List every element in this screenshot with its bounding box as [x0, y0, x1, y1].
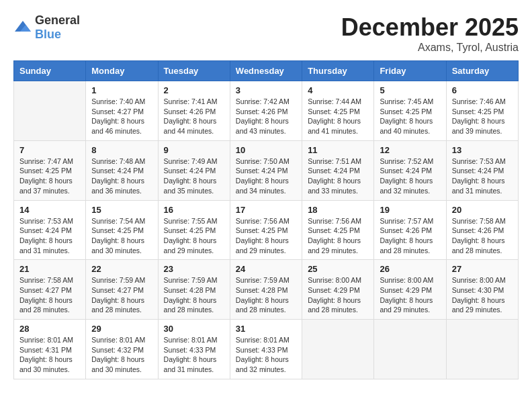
week-row-2: 7Sunrise: 7:47 AMSunset: 4:25 PMDaylight…	[14, 140, 519, 200]
calendar-cell: 21Sunrise: 7:58 AMSunset: 4:27 PMDayligh…	[14, 260, 86, 320]
header: General Blue December 2025 Axams, Tyrol,…	[13, 13, 519, 54]
day-number: 14	[19, 205, 80, 215]
week-row-4: 21Sunrise: 7:58 AMSunset: 4:27 PMDayligh…	[14, 260, 519, 320]
day-number: 23	[164, 264, 224, 274]
calendar-cell	[302, 320, 374, 379]
calendar-cell: 6Sunrise: 7:46 AMSunset: 4:25 PMDaylight…	[446, 81, 518, 141]
day-number: 8	[91, 145, 152, 155]
day-info: Sunrise: 8:00 AMSunset: 4:29 PMDaylight:…	[308, 275, 368, 315]
day-number: 10	[236, 145, 296, 155]
week-row-1: 1Sunrise: 7:40 AMSunset: 4:27 PMDaylight…	[14, 81, 519, 141]
day-number: 29	[91, 324, 152, 334]
day-number: 26	[380, 264, 440, 274]
day-info: Sunrise: 7:47 AMSunset: 4:25 PMDaylight:…	[19, 156, 80, 196]
day-number: 2	[164, 85, 224, 95]
day-info: Sunrise: 7:41 AMSunset: 4:26 PMDaylight:…	[164, 97, 224, 136]
logo-icon	[13, 18, 32, 37]
day-info: Sunrise: 7:51 AMSunset: 4:24 PMDaylight:…	[308, 156, 368, 196]
day-info: Sunrise: 7:55 AMSunset: 4:25 PMDaylight:…	[164, 216, 224, 256]
calendar-cell: 9Sunrise: 7:49 AMSunset: 4:24 PMDaylight…	[158, 140, 230, 200]
calendar-cell: 8Sunrise: 7:48 AMSunset: 4:24 PMDaylight…	[86, 140, 158, 200]
day-info: Sunrise: 8:01 AMSunset: 4:32 PMDaylight:…	[91, 335, 152, 375]
day-info: Sunrise: 7:48 AMSunset: 4:24 PMDaylight:…	[91, 156, 152, 196]
calendar-cell: 15Sunrise: 7:54 AMSunset: 4:25 PMDayligh…	[86, 200, 158, 260]
day-info: Sunrise: 7:53 AMSunset: 4:24 PMDaylight:…	[452, 156, 513, 196]
week-row-3: 14Sunrise: 7:53 AMSunset: 4:24 PMDayligh…	[14, 200, 519, 260]
calendar-cell: 28Sunrise: 8:01 AMSunset: 4:31 PMDayligh…	[14, 320, 86, 379]
day-number: 22	[91, 264, 152, 274]
day-header-monday: Monday	[86, 61, 158, 81]
day-info: Sunrise: 7:58 AMSunset: 4:26 PMDaylight:…	[452, 216, 513, 256]
day-number: 13	[452, 145, 513, 155]
calendar-cell: 29Sunrise: 8:01 AMSunset: 4:32 PMDayligh…	[86, 320, 158, 379]
day-number: 19	[380, 205, 440, 215]
calendar-cell: 17Sunrise: 7:56 AMSunset: 4:25 PMDayligh…	[230, 200, 302, 260]
day-number: 17	[236, 205, 296, 215]
logo: General Blue	[13, 13, 80, 42]
calendar-cell: 10Sunrise: 7:50 AMSunset: 4:24 PMDayligh…	[230, 140, 302, 200]
calendar-cell	[374, 320, 446, 379]
day-number: 20	[452, 205, 513, 215]
calendar-cell: 13Sunrise: 7:53 AMSunset: 4:24 PMDayligh…	[446, 140, 518, 200]
day-info: Sunrise: 7:53 AMSunset: 4:24 PMDaylight:…	[19, 216, 80, 256]
calendar-cell: 31Sunrise: 8:01 AMSunset: 4:33 PMDayligh…	[230, 320, 302, 379]
day-number: 1	[91, 85, 152, 95]
day-info: Sunrise: 7:52 AMSunset: 4:24 PMDaylight:…	[380, 156, 440, 196]
day-number: 27	[452, 264, 513, 274]
day-header-wednesday: Wednesday	[230, 61, 302, 81]
calendar-cell: 4Sunrise: 7:44 AMSunset: 4:25 PMDaylight…	[302, 81, 374, 141]
day-info: Sunrise: 8:01 AMSunset: 4:33 PMDaylight:…	[236, 335, 296, 375]
calendar-cell: 7Sunrise: 7:47 AMSunset: 4:25 PMDaylight…	[14, 140, 86, 200]
title-area: December 2025 Axams, Tyrol, Austria	[341, 13, 519, 54]
day-info: Sunrise: 7:58 AMSunset: 4:27 PMDaylight:…	[19, 275, 80, 315]
day-number: 31	[236, 324, 296, 334]
day-info: Sunrise: 8:01 AMSunset: 4:33 PMDaylight:…	[164, 335, 224, 375]
day-info: Sunrise: 8:01 AMSunset: 4:31 PMDaylight:…	[19, 335, 80, 375]
calendar-cell: 14Sunrise: 7:53 AMSunset: 4:24 PMDayligh…	[14, 200, 86, 260]
day-number: 3	[236, 85, 296, 95]
day-number: 6	[452, 85, 513, 95]
calendar-cell: 27Sunrise: 8:00 AMSunset: 4:30 PMDayligh…	[446, 260, 518, 320]
calendar-cell: 18Sunrise: 7:56 AMSunset: 4:25 PMDayligh…	[302, 200, 374, 260]
day-number: 12	[380, 145, 440, 155]
week-row-5: 28Sunrise: 8:01 AMSunset: 4:31 PMDayligh…	[14, 320, 519, 379]
calendar-cell: 2Sunrise: 7:41 AMSunset: 4:26 PMDaylight…	[158, 81, 230, 141]
day-info: Sunrise: 7:42 AMSunset: 4:26 PMDaylight:…	[236, 97, 296, 136]
day-number: 30	[164, 324, 224, 334]
calendar-cell: 24Sunrise: 7:59 AMSunset: 4:28 PMDayligh…	[230, 260, 302, 320]
day-number: 25	[308, 264, 368, 274]
calendar-cell: 3Sunrise: 7:42 AMSunset: 4:26 PMDaylight…	[230, 81, 302, 141]
day-number: 15	[91, 205, 152, 215]
calendar-cell: 1Sunrise: 7:40 AMSunset: 4:27 PMDaylight…	[86, 81, 158, 141]
days-header-row: SundayMondayTuesdayWednesdayThursdayFrid…	[14, 61, 519, 81]
location-title: Axams, Tyrol, Austria	[341, 42, 519, 54]
calendar-cell	[14, 81, 86, 141]
calendar-cell: 16Sunrise: 7:55 AMSunset: 4:25 PMDayligh…	[158, 200, 230, 260]
day-number: 7	[19, 145, 80, 155]
month-title: December 2025	[341, 13, 519, 42]
calendar-table: SundayMondayTuesdayWednesdayThursdayFrid…	[13, 60, 519, 379]
day-number: 5	[380, 85, 440, 95]
day-info: Sunrise: 7:59 AMSunset: 4:27 PMDaylight:…	[91, 275, 152, 315]
day-info: Sunrise: 7:56 AMSunset: 4:25 PMDaylight:…	[308, 216, 368, 256]
calendar-cell: 5Sunrise: 7:45 AMSunset: 4:25 PMDaylight…	[374, 81, 446, 141]
calendar-cell: 19Sunrise: 7:57 AMSunset: 4:26 PMDayligh…	[374, 200, 446, 260]
day-info: Sunrise: 7:44 AMSunset: 4:25 PMDaylight:…	[308, 97, 368, 136]
day-number: 16	[164, 205, 224, 215]
day-info: Sunrise: 7:54 AMSunset: 4:25 PMDaylight:…	[91, 216, 152, 256]
day-header-sunday: Sunday	[14, 61, 86, 81]
day-number: 11	[308, 145, 368, 155]
calendar-cell: 22Sunrise: 7:59 AMSunset: 4:27 PMDayligh…	[86, 260, 158, 320]
day-header-saturday: Saturday	[446, 61, 518, 81]
day-info: Sunrise: 7:59 AMSunset: 4:28 PMDaylight:…	[164, 275, 224, 315]
day-info: Sunrise: 7:45 AMSunset: 4:25 PMDaylight:…	[380, 97, 440, 136]
calendar-cell: 12Sunrise: 7:52 AMSunset: 4:24 PMDayligh…	[374, 140, 446, 200]
calendar-cell: 26Sunrise: 8:00 AMSunset: 4:29 PMDayligh…	[374, 260, 446, 320]
day-header-thursday: Thursday	[302, 61, 374, 81]
logo-blue: Blue	[35, 28, 80, 42]
day-header-friday: Friday	[374, 61, 446, 81]
day-info: Sunrise: 7:50 AMSunset: 4:24 PMDaylight:…	[236, 156, 296, 196]
calendar-cell: 11Sunrise: 7:51 AMSunset: 4:24 PMDayligh…	[302, 140, 374, 200]
day-info: Sunrise: 7:56 AMSunset: 4:25 PMDaylight:…	[236, 216, 296, 256]
day-info: Sunrise: 7:46 AMSunset: 4:25 PMDaylight:…	[452, 97, 513, 136]
